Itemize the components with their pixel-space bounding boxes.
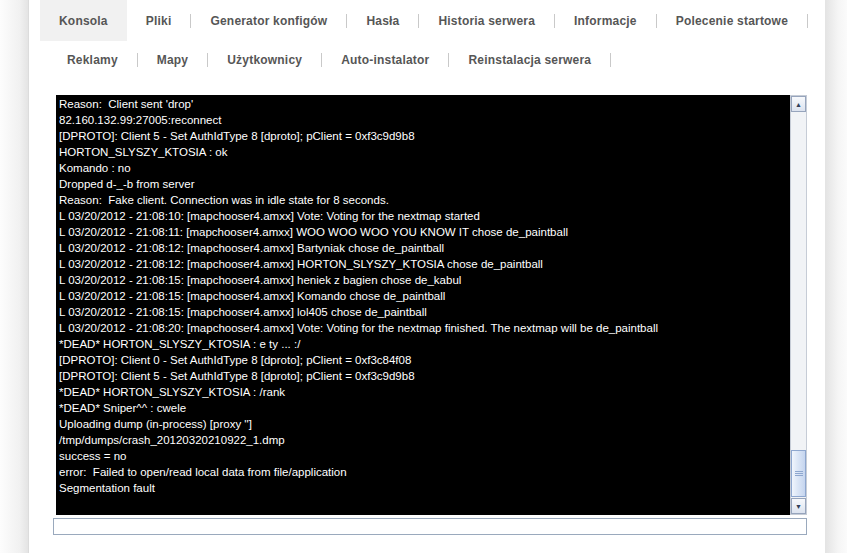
tab-polecenie-startowe[interactable]: Polecenie startowe (657, 0, 807, 41)
console-line: error: Failed to open/read local data fr… (59, 464, 790, 480)
console-line: Komando : no (59, 160, 790, 176)
tab-bar-row2: ReklamyMapyUżytkownicyAuto-instalatorRei… (48, 41, 611, 79)
console-line: Uploading dump (in-process) [proxy ''] (59, 416, 790, 432)
tab-label: Auto-instalator (341, 53, 429, 67)
console-line: *DEAD* HORTON_SLYSZY_KTOSIA : e ty ... :… (59, 336, 790, 352)
tab-mapy[interactable]: Mapy (138, 41, 207, 79)
console-line: [DPROTO]: Client 0 - Set AuthIdType 8 [d… (59, 352, 790, 368)
console-line: 82.160.132.99:27005:reconnect (59, 112, 790, 128)
console-line: Reason: Client sent 'drop' (59, 96, 790, 112)
tab-generator-konfigów[interactable]: Generator konfigów (191, 0, 346, 41)
page-left-shadow (0, 0, 29, 553)
console-output: Reason: Client sent 'drop'82.160.132.99:… (56, 95, 790, 515)
command-input[interactable] (53, 518, 807, 535)
tab-pliki[interactable]: Pliki (127, 0, 191, 41)
console-line: L 03/20/2012 - 21:08:12: [mapchooser4.am… (59, 256, 790, 272)
console-line: L 03/20/2012 - 21:08:15: [mapchooser4.am… (59, 272, 790, 288)
console-line: [DPROTO]: Client 5 - Set AuthIdType 8 [d… (59, 368, 790, 384)
tab-label: Mapy (157, 53, 188, 67)
console-line: success = no (59, 448, 790, 464)
tab-użytkownicy[interactable]: Użytkownicy (208, 41, 321, 79)
tab-historia-serwera[interactable]: Historia serwera (419, 0, 554, 41)
scrollbar-up-button[interactable]: ▲ (791, 96, 806, 112)
scrollbar-down-button[interactable]: ▼ (791, 498, 806, 514)
tab-label: Pliki (146, 14, 172, 28)
tab-separator (610, 53, 611, 67)
tab-label: Reinstalacja serwera (468, 53, 591, 67)
tab-label: Użytkownicy (227, 53, 302, 67)
tab-hasła[interactable]: Hasła (347, 0, 418, 41)
console-line: L 03/20/2012 - 21:08:11: [mapchooser4.am… (59, 224, 790, 240)
tab-label: Generator konfigów (210, 14, 327, 28)
arrow-up-icon: ▲ (795, 101, 802, 108)
console-line: *DEAD* HORTON_SLYSZY_KTOSIA : /rank (59, 384, 790, 400)
tab-auto-instalator[interactable]: Auto-instalator (322, 41, 448, 79)
console-line: Segmentation fault (59, 480, 790, 496)
console-line: L 03/20/2012 - 21:08:15: [mapchooser4.am… (59, 304, 790, 320)
tab-label: Historia serwera (438, 14, 535, 28)
scrollbar-grip-icon (795, 471, 803, 476)
console-line: L 03/20/2012 - 21:08:15: [mapchooser4.am… (59, 288, 790, 304)
tab-bar-row1: KonsolaPlikiGenerator konfigówHasłaHisto… (40, 0, 808, 41)
console-scrollbar[interactable]: ▲ ▼ (790, 95, 807, 515)
console-line: HORTON_SLYSZY_KTOSIA : ok (59, 144, 790, 160)
tab-reinstalacja-serwera[interactable]: Reinstalacja serwera (449, 41, 610, 79)
tab-label: Konsola (59, 14, 108, 28)
tab-separator (807, 14, 808, 28)
console-line: L 03/20/2012 - 21:08:20: [mapchooser4.am… (59, 320, 790, 336)
console-line: Dropped d-_-b from server (59, 176, 790, 192)
page-right-shadow (825, 0, 847, 553)
tab-label: Informacje (574, 14, 637, 28)
console-line: L 03/20/2012 - 21:08:10: [mapchooser4.am… (59, 208, 790, 224)
tab-label: Polecenie startowe (676, 14, 788, 28)
scrollbar-thumb[interactable] (791, 450, 806, 497)
tab-label: Reklamy (67, 53, 118, 67)
server-panel-page: { "tabs": { "row1": [ {"label": "Konsola… (0, 0, 847, 553)
tab-konsola[interactable]: Konsola (40, 0, 127, 41)
console-line: Reason: Fake client. Connection was in i… (59, 192, 790, 208)
arrow-down-icon: ▼ (795, 503, 802, 510)
tab-reklamy[interactable]: Reklamy (48, 41, 137, 79)
tab-informacje[interactable]: Informacje (555, 0, 656, 41)
tab-label: Hasła (366, 14, 399, 28)
console-line: /tmp/dumps/crash_20120320210922_1.dmp (59, 432, 790, 448)
console-line: [DPROTO]: Client 5 - Set AuthIdType 8 [d… (59, 128, 790, 144)
console-line: L 03/20/2012 - 21:08:12: [mapchooser4.am… (59, 240, 790, 256)
console-line: *DEAD* Sniper^^ : cwele (59, 400, 790, 416)
